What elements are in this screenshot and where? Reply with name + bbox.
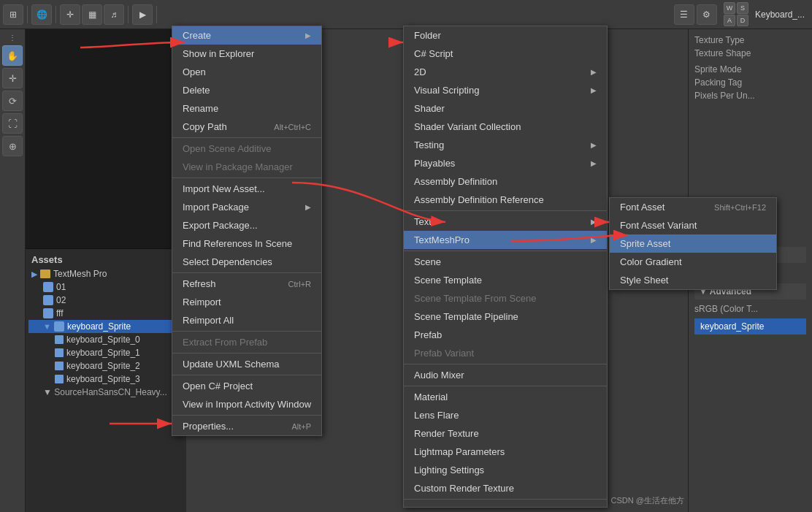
- menu2-item-custom-render[interactable]: Custom Render Texture: [404, 479, 607, 497]
- toolbar-layout-btn[interactable]: ⊞: [3, 4, 23, 25]
- submenu-arrow: ▶: [305, 31, 311, 39]
- toolbar-gizmos-btn[interactable]: ⚙: [697, 4, 717, 25]
- menu2-item-prefab[interactable]: Prefab: [404, 326, 607, 344]
- menu-item-properties[interactable]: Properties... Alt+P: [172, 417, 321, 435]
- menu-item-export-package[interactable]: Export Package...: [172, 216, 321, 234]
- menu-item-label: Scene Template: [414, 275, 482, 286]
- asset-source-han[interactable]: ▼ SourceHanSansCN_Heavy...: [28, 386, 183, 399]
- menu-item-label: Folder: [414, 30, 441, 41]
- menu2-item-material[interactable]: Material: [404, 388, 607, 406]
- sidebar-hand-btn[interactable]: ✋: [2, 45, 23, 66]
- toolbar-globe-btn[interactable]: 🌐: [31, 4, 52, 25]
- menu-item-rename[interactable]: Rename: [172, 99, 321, 118]
- menu-item-label: Text: [414, 216, 432, 227]
- asset-01[interactable]: 01: [28, 280, 183, 294]
- sidebar-rotate-btn[interactable]: ⟳: [2, 91, 23, 111]
- menu-item-label: Reimport All: [183, 315, 234, 326]
- menu-item-import-new[interactable]: Import New Asset...: [172, 180, 321, 198]
- submenu-arrow: ▶: [591, 68, 597, 76]
- asset-keyboard-sprite[interactable]: ▼ keyboard_Sprite: [28, 320, 183, 333]
- menu-item-copy-path[interactable]: Copy Path Alt+Ctrl+C: [172, 118, 321, 136]
- menu-item-show-explorer[interactable]: Show in Explorer: [172, 45, 321, 63]
- packing-tag-label: Packing Tag: [694, 77, 806, 88]
- toolbar-play-btn[interactable]: ▶: [132, 4, 153, 25]
- menu-sep: [404, 386, 607, 386]
- menu-item-label: Sprite Asset: [620, 238, 670, 249]
- toolbar-audio-btn[interactable]: ♬: [104, 4, 124, 25]
- menu-item-import-package[interactable]: Import Package ▶: [172, 198, 321, 216]
- menu2-item-folder[interactable]: Folder: [404, 26, 607, 45]
- menu2-item-animator-ctrl[interactable]: Animator Controller: [404, 501, 607, 508]
- asset-02[interactable]: 02: [28, 294, 183, 307]
- sidebar-icons: ⋮ ✋ ✛ ⟳ ⛶ ⊕: [0, 29, 26, 512]
- key-w: W: [724, 2, 735, 14]
- toolbar-divider-4: [156, 6, 157, 23]
- menu2-item-scene-from-scene: Scene Template From Scene: [404, 289, 607, 307]
- asset-keyboard-sprite-1[interactable]: keyboard_Sprite_1: [28, 346, 183, 359]
- menu2-item-2d[interactable]: 2D ▶: [404, 63, 607, 81]
- sidebar-scale-btn[interactable]: ⛶: [2, 113, 23, 134]
- menu2-item-scene-pipeline[interactable]: Scene Template Pipeline: [404, 307, 607, 326]
- menu2-item-scene[interactable]: Scene: [404, 253, 607, 271]
- menu-item-label: Select Dependencies: [183, 256, 272, 267]
- asset-fff[interactable]: fff: [28, 307, 183, 320]
- menu2-item-lightmap-params[interactable]: Lightmap Parameters: [404, 443, 607, 461]
- menu-sep: [172, 331, 321, 332]
- menu-item-label: Find References In Scene: [183, 238, 292, 249]
- menu2-item-render-texture[interactable]: Render Texture: [404, 424, 607, 443]
- asset-keyboard-sprite-2[interactable]: keyboard_Sprite_2: [28, 359, 183, 372]
- menu-item-select-deps[interactable]: Select Dependencies: [172, 253, 321, 271]
- menu-item-label: Scene: [414, 256, 441, 267]
- menu-item-view-import[interactable]: View in Import Activity Window: [172, 395, 321, 413]
- menu2-item-visual-scripting[interactable]: Visual Scripting ▶: [404, 81, 607, 99]
- menu2-item-audio-mixer[interactable]: Audio Mixer: [404, 366, 607, 384]
- sprite-icon: [43, 295, 53, 305]
- menu-item-create[interactable]: Create ▶: [172, 26, 321, 45]
- menu2-item-lighting-settings[interactable]: Lighting Settings: [404, 461, 607, 479]
- menu3-item-style-sheet[interactable]: Style Sheet: [610, 271, 776, 289]
- asset-textmeshpro[interactable]: ▶ TextMesh Pro: [28, 267, 183, 280]
- menu-item-label: Create: [183, 30, 211, 41]
- toolbar-grid-btn[interactable]: ▦: [82, 4, 102, 25]
- menu2-item-playables[interactable]: Playables ▶: [404, 154, 607, 172]
- menu2-item-csharp[interactable]: C# Script: [404, 45, 607, 63]
- menu2-item-assembly-ref[interactable]: Assembly Definition Reference: [404, 191, 607, 209]
- menu2-item-text[interactable]: Text ▶: [404, 213, 607, 231]
- menu2-item-testing[interactable]: Testing ▶: [404, 136, 607, 154]
- menu-item-label: 2D: [414, 66, 426, 77]
- menu-item-reimport[interactable]: Reimport: [172, 293, 321, 311]
- menu2-item-shader-variant[interactable]: Shader Variant Collection: [404, 118, 607, 136]
- menu-item-open-csharp[interactable]: Open C# Project: [172, 377, 321, 395]
- asset-name: 01: [56, 282, 66, 292]
- menu2-item-scene-template[interactable]: Scene Template: [404, 271, 607, 289]
- toolbar-move-btn[interactable]: ✛: [60, 4, 80, 25]
- toolbar-layers-btn[interactable]: ☰: [674, 4, 694, 25]
- menu-item-reimport-all[interactable]: Reimport All: [172, 311, 321, 329]
- menu-item-label: Prefab Variant: [414, 348, 474, 359]
- sprite-small-icon: [55, 335, 64, 344]
- sidebar-move-btn[interactable]: ✛: [2, 68, 23, 88]
- menu-item-refresh[interactable]: Refresh Ctrl+R: [172, 275, 321, 293]
- sidebar-dots: ⋮: [7, 32, 18, 43]
- menu-item-delete[interactable]: Delete: [172, 81, 321, 99]
- menu2-item-textmeshpro[interactable]: TextMeshPro ▶: [404, 231, 607, 249]
- asset-keyboard-sprite-0[interactable]: keyboard_Sprite_0: [28, 333, 183, 346]
- menu3-item-sprite-asset[interactable]: Sprite Asset: [610, 234, 776, 253]
- menu-item-label: Scene Template Pipeline: [414, 311, 518, 322]
- context-menu-3: Font Asset Shift+Ctrl+F12 Font Asset Var…: [609, 197, 777, 290]
- menu2-item-shader[interactable]: Shader: [404, 99, 607, 118]
- menu-item-find-refs[interactable]: Find References In Scene: [172, 234, 321, 253]
- texture-type-label: Texture Type: [694, 35, 806, 45]
- submenu-arrow: ▶: [591, 159, 597, 167]
- sidebar-rect-btn[interactable]: ⊕: [2, 136, 23, 156]
- menu2-item-assembly-def[interactable]: Assembly Definition: [404, 172, 607, 191]
- menu3-item-font-asset[interactable]: Font Asset Shift+Ctrl+F12: [610, 198, 776, 216]
- menu3-item-font-asset-variant[interactable]: Font Asset Variant: [610, 216, 776, 234]
- srgb-label: sRGB (Color T...: [694, 304, 806, 314]
- menu3-item-color-gradient[interactable]: Color Gradient: [610, 253, 776, 271]
- menu-item-open[interactable]: Open: [172, 63, 321, 81]
- menu-item-update-uxml[interactable]: Update UXML Schema: [172, 355, 321, 373]
- menu-item-label: View in Import Activity Window: [183, 399, 311, 410]
- menu2-item-lens-flare[interactable]: Lens Flare: [404, 406, 607, 424]
- asset-keyboard-sprite-3[interactable]: keyboard_Sprite_3: [28, 372, 183, 386]
